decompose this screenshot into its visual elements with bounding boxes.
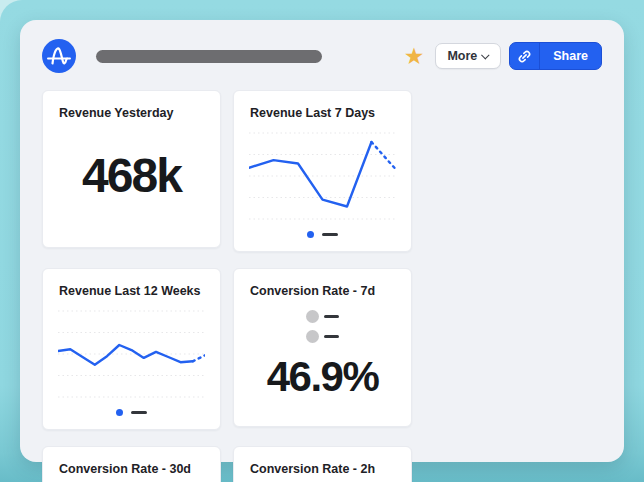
- more-button-label: More: [447, 49, 477, 63]
- card-conversion-rate-30d[interactable]: Conversion Rate - 30d 41.6%: [42, 446, 221, 482]
- revenue-12-weeks-line-chart: [58, 306, 205, 402]
- card-revenue-last-12-weeks[interactable]: Revenue Last 12 Weeks: [42, 268, 221, 430]
- chart-legend: [43, 409, 220, 416]
- card-title: Revenue Last 12 Weeks: [43, 269, 220, 298]
- favorite-star-icon[interactable]: ★: [404, 45, 425, 68]
- funnel-step-row: [306, 310, 339, 323]
- conversion-rate-7d-value: 46.9%: [234, 356, 411, 398]
- dashboard-header: ★ More: [20, 20, 624, 73]
- series-dot-icon: [307, 231, 314, 238]
- card-title: Conversion Rate - 7d: [234, 269, 411, 298]
- revenue-7-days-line-chart: [249, 128, 396, 224]
- series-label-placeholder: [322, 233, 338, 236]
- funnel-step-row: [306, 330, 339, 343]
- dashboard-title-placeholder: [96, 50, 322, 63]
- dashboard-panel: ★ More: [20, 20, 624, 462]
- amplitude-logo-icon: [42, 39, 76, 73]
- more-button[interactable]: More: [435, 43, 501, 69]
- share-button-label[interactable]: Share: [540, 43, 601, 69]
- series-label-placeholder: [131, 411, 147, 414]
- chevron-down-icon: [481, 51, 489, 59]
- card-title: Revenue Yesterday: [43, 91, 220, 120]
- card-conversion-rate-2h[interactable]: Conversion Rate - 2h: [233, 446, 412, 482]
- card-title: Conversion Rate - 2h: [234, 447, 411, 476]
- link-icon[interactable]: [510, 43, 539, 69]
- funnel-steps-placeholder: [234, 310, 411, 343]
- share-button[interactable]: Share: [509, 42, 602, 70]
- step-circle-icon: [306, 330, 319, 343]
- card-title: Conversion Rate - 30d: [43, 447, 220, 476]
- series-dot-icon: [116, 409, 123, 416]
- step-circle-icon: [306, 310, 319, 323]
- cards-grid: Revenue Yesterday 468k Revenue Last 7 Da…: [20, 90, 624, 482]
- step-label-placeholder: [324, 315, 339, 319]
- desktop-background: ★ More: [0, 0, 644, 482]
- card-revenue-yesterday[interactable]: Revenue Yesterday 468k: [42, 90, 221, 248]
- card-conversion-rate-7d[interactable]: Conversion Rate - 7d 46.9%: [233, 268, 412, 427]
- card-title: Revenue Last 7 Days: [234, 91, 411, 120]
- header-actions: ★ More: [404, 42, 602, 70]
- chart-legend: [234, 231, 411, 238]
- card-revenue-last-7-days[interactable]: Revenue Last 7 Days: [233, 90, 412, 252]
- step-label-placeholder: [324, 335, 339, 339]
- revenue-yesterday-value: 468k: [43, 152, 220, 200]
